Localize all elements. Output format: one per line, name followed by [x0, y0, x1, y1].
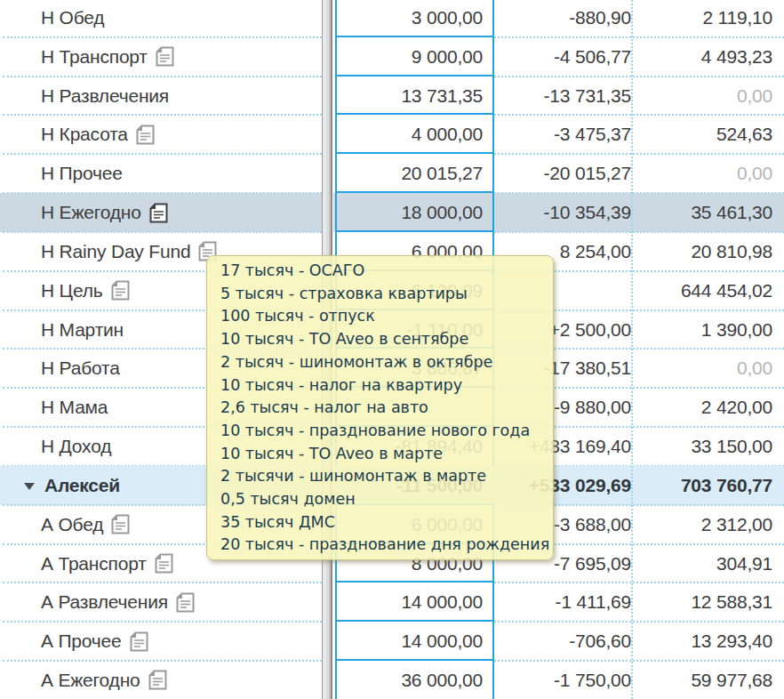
- table-row[interactable]: А Развлечения 14 000,00 -1 411,69 12 588…: [0, 582, 784, 622]
- balance-value: 524,63: [633, 115, 772, 154]
- balance-value: 1 390,00: [633, 310, 772, 350]
- balance-value: 0,00: [633, 76, 772, 116]
- note-icon[interactable]: [136, 125, 155, 145]
- chevron-down-icon[interactable]: [24, 483, 35, 490]
- note-tooltip: 17 тысяч - ОСАГО5 тысяч - страховка квар…: [206, 255, 554, 560]
- category-name: Н Транспорт: [41, 46, 148, 68]
- balance-value: 4 493,23: [633, 37, 772, 76]
- activity-value: -706,60: [494, 622, 631, 661]
- category-name: Н Доход: [41, 436, 111, 457]
- budget-table-view: Н Обед 3 000,00 -880,90 2 119,10 Н Транс…: [0, 0, 784, 699]
- category-name: Н Ежегодно: [41, 202, 141, 223]
- category-name: Н Работа: [41, 358, 120, 379]
- note-icon[interactable]: [156, 46, 174, 67]
- note-icon[interactable]: [176, 592, 195, 613]
- balance-value: 644 454,02: [633, 271, 772, 310]
- balance-value: 0,00: [633, 154, 772, 193]
- category-name-cell[interactable]: Н Обед: [0, 0, 322, 37]
- balance-value: 0,00: [633, 349, 772, 388]
- tooltip-line: 20 тысяч - празднование дня рождения: [220, 534, 548, 557]
- balance-value: 2 312,00: [633, 505, 772, 544]
- budgeted-value[interactable]: 14 000,00: [337, 582, 483, 622]
- activity-balance-column-separator: [631, 0, 633, 699]
- tooltip-line: 17 тысяч - ОСАГО: [220, 260, 548, 283]
- category-name-cell[interactable]: А Ежегодно: [0, 661, 322, 699]
- category-name-cell[interactable]: Н Прочее: [0, 154, 322, 193]
- category-name: Н Красота: [41, 124, 128, 145]
- category-name: Алексей: [44, 475, 120, 496]
- category-name: Н Цель: [41, 280, 103, 301]
- activity-value: -10 354,39: [494, 193, 631, 232]
- activity-value: -4 506,77: [494, 37, 631, 76]
- tooltip-line: 2 тысяч - шиномонтаж в октябре: [220, 351, 548, 374]
- table-row[interactable]: Н Обед 3 000,00 -880,90 2 119,10: [0, 0, 784, 37]
- tooltip-line: 2,6 тысяч - налог на авто: [220, 397, 548, 420]
- category-name: А Развлечения: [41, 591, 168, 613]
- category-name: Н Прочее: [41, 163, 123, 184]
- table-row[interactable]: А Прочее 14 000,00 -706,60 13 293,40: [0, 622, 784, 661]
- tooltip-line: 10 тысяч - налог на квартиру: [220, 374, 548, 398]
- balance-value: 13 293,40: [633, 622, 772, 661]
- budgeted-value[interactable]: 18 000,00: [337, 193, 483, 232]
- balance-value: 20 810,98: [633, 232, 772, 271]
- activity-value: -1 411,69: [494, 582, 631, 622]
- table-row[interactable]: Н Развлечения 13 731,35 -13 731,35 0,00: [0, 76, 784, 116]
- table-row[interactable]: Н Прочее 20 015,27 -20 015,27 0,00: [0, 154, 784, 193]
- activity-value: -3 475,37: [494, 115, 631, 154]
- budgeted-value[interactable]: 4 000,00: [337, 115, 483, 154]
- category-name: А Ежегодно: [41, 670, 140, 691]
- category-name-cell[interactable]: Н Развлечения: [0, 76, 322, 116]
- budgeted-value[interactable]: 20 015,27: [337, 154, 483, 193]
- budgeted-value[interactable]: 14 000,00: [337, 622, 483, 661]
- tooltip-line: 100 тысяч - отпуск: [220, 305, 548, 328]
- note-icon[interactable]: [155, 553, 173, 574]
- category-name: Н Обед: [41, 7, 104, 28]
- tooltip-line: 2 тысячи - шиномонтаж в марте: [220, 465, 548, 488]
- category-name: А Прочее: [41, 631, 122, 652]
- category-name: Н Мартин: [41, 319, 124, 341]
- activity-value: -1 750,00: [494, 661, 631, 699]
- category-name: Н Мама: [41, 397, 108, 418]
- tooltip-line: 10 тысяч - ТО Aveo в сентябре: [220, 328, 548, 351]
- budgeted-value[interactable]: 13 731,35: [337, 76, 483, 116]
- category-name: Н Rainy Day Fund: [41, 241, 190, 262]
- tooltip-line: 10 тысяч - ТО Aveo в марте: [220, 443, 548, 466]
- category-name-cell[interactable]: А Развлечения: [0, 582, 322, 622]
- tooltip-line: 5 тысяч - страховка квартиры: [220, 283, 548, 306]
- activity-value: -13 731,35: [494, 76, 631, 116]
- table-row[interactable]: Н Транспорт 9 000,00 -4 506,77 4 493,23: [0, 37, 784, 76]
- budgeted-value[interactable]: 9 000,00: [337, 37, 483, 76]
- category-name: А Обед: [41, 514, 103, 535]
- table-row[interactable]: Н Красота 4 000,00 -3 475,37 524,63: [0, 115, 784, 154]
- category-name-cell[interactable]: Н Ежегодно: [0, 193, 322, 232]
- table-row[interactable]: Н Ежегодно 18 000,00 -10 354,39 35 461,3…: [0, 193, 784, 232]
- note-icon[interactable]: [149, 203, 168, 223]
- balance-value: 703 760,77: [633, 466, 772, 505]
- balance-value: 59 977,68: [633, 661, 772, 699]
- category-name: А Транспорт: [41, 553, 147, 574]
- note-icon[interactable]: [111, 514, 130, 534]
- note-icon[interactable]: [130, 631, 148, 652]
- balance-value: 304,91: [633, 544, 772, 583]
- balance-value: 12 588,31: [633, 582, 772, 622]
- budgeted-value[interactable]: 36 000,00: [337, 661, 483, 699]
- tooltip-line: 35 тысяч ДМС: [220, 511, 548, 534]
- category-name: Н Развлечения: [41, 85, 169, 107]
- note-icon[interactable]: [148, 670, 167, 690]
- note-icon[interactable]: [111, 280, 130, 301]
- category-name-cell[interactable]: А Прочее: [0, 622, 322, 661]
- activity-value: -880,90: [494, 0, 631, 37]
- tooltip-line: 10 тысяч - празднование нового года: [220, 420, 548, 443]
- activity-value: -20 015,27: [494, 154, 631, 193]
- category-name-cell[interactable]: Н Транспорт: [0, 37, 322, 76]
- category-name-cell[interactable]: Н Красота: [0, 115, 322, 154]
- table-row[interactable]: А Ежегодно 36 000,00 -1 750,00 59 977,68: [0, 661, 784, 699]
- balance-value: 2 119,10: [633, 0, 772, 37]
- balance-value: 33 150,00: [633, 427, 772, 466]
- tooltip-line: 0,5 тысяч домен: [220, 488, 548, 511]
- balance-value: 2 420,00: [633, 388, 772, 427]
- budgeted-value[interactable]: 3 000,00: [337, 0, 483, 37]
- balance-value: 35 461,30: [633, 193, 772, 232]
